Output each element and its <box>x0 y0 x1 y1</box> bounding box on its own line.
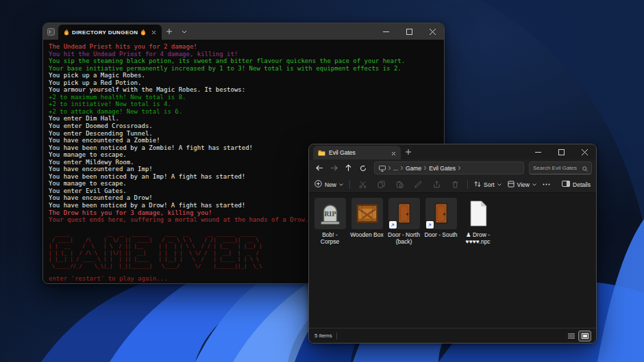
chevron-down-icon <box>497 183 501 186</box>
details-pane-icon <box>562 181 570 188</box>
explorer-maximize-button[interactable] <box>549 144 573 159</box>
chevron-right-icon <box>400 166 404 170</box>
crate-icon <box>351 198 383 229</box>
terminal-line: You enter Doomed Crossroads. <box>49 122 438 130</box>
explorer-nav-bar: ...GameEvil Gates Search Evil Gates <box>309 159 596 177</box>
terminal-line: You enter Descending Tunnel. <box>49 130 438 138</box>
delete-icon[interactable] <box>449 181 461 188</box>
chevron-right-icon <box>458 166 461 170</box>
view-button[interactable]: View <box>508 181 536 189</box>
sort-icon <box>474 181 481 189</box>
terminal-line: You pick up a Magic Robes. <box>49 72 438 79</box>
terminal-tab[interactable]: DIRECTORY DUNGEON <box>58 25 162 40</box>
flame-icon <box>140 26 146 38</box>
terminal-line: +2 to attack damage! New total is 6. <box>49 108 438 116</box>
chevron-right-icon <box>388 166 391 170</box>
svg-text:RIP: RIP <box>324 211 336 218</box>
terminal-line: You sip the steaming black potion, its s… <box>49 57 438 65</box>
folder-icon <box>318 146 325 159</box>
search-placeholder-text: Search Evil Gates <box>533 165 580 171</box>
terminal-new-tab-button[interactable] <box>162 23 177 40</box>
refresh-icon[interactable] <box>356 161 369 174</box>
file-item[interactable]: Door - South <box>423 198 458 238</box>
search-icon <box>582 162 588 174</box>
terminal-line: +2 to initiative! New total is 4. <box>49 101 438 108</box>
sort-button[interactable]: Sort <box>474 181 501 189</box>
copy-icon[interactable] <box>375 181 387 188</box>
share-icon[interactable] <box>430 181 443 188</box>
explorer-tab[interactable]: Evil Gates <box>313 146 401 159</box>
explorer-window: Evil Gates ...GameEvil Gates Search Evil… <box>308 144 597 344</box>
terminal-app-icon <box>43 23 58 40</box>
back-icon[interactable] <box>313 161 326 174</box>
breadcrumb-item[interactable]: Game <box>406 165 421 172</box>
view-button-label: View <box>517 181 530 188</box>
file-item[interactable]: RIPBob! - Corpse <box>312 198 347 245</box>
view-icon <box>508 181 515 189</box>
details-button[interactable]: Details <box>562 181 591 188</box>
new-button-label: New <box>325 181 336 188</box>
forward-icon[interactable] <box>327 161 340 174</box>
rename-icon[interactable] <box>412 181 424 188</box>
up-icon[interactable] <box>342 161 355 174</box>
chevron-right-icon <box>423 166 427 170</box>
chevron-down-icon <box>532 183 536 186</box>
search-input[interactable]: Search Evil Gates <box>529 161 592 174</box>
item-count: 5 items <box>314 333 332 339</box>
explorer-tab-title: Evil Gates <box>329 149 388 156</box>
terminal-line: You enter Dim Hall. <box>49 115 438 122</box>
details-button-label: Details <box>573 181 591 188</box>
terminal-tab-title: DIRECTORY DUNGEON <box>72 29 138 36</box>
tombstone-icon: RIP <box>314 198 346 229</box>
shortcut-arrow-icon <box>426 221 434 229</box>
terminal-line: You armour yourself with the Magic Robes… <box>49 86 438 94</box>
terminal-tab-bar: DIRECTORY DUNGEON <box>43 23 444 40</box>
terminal-line: You hit the Undead Priest for 4 damage, … <box>49 51 438 58</box>
more-options-button[interactable] <box>543 183 550 185</box>
breadcrumb-items: ...GameEvil Gates <box>393 165 461 172</box>
terminal-minimize-button[interactable] <box>374 23 397 40</box>
terminal-line: You pick up a Red Potion. <box>49 79 438 87</box>
list-view-toggle[interactable] <box>565 331 577 341</box>
explorer-tab-close-icon[interactable] <box>391 146 396 159</box>
terminal-close-button[interactable] <box>421 23 444 40</box>
door-icon <box>425 198 457 229</box>
new-plus-icon <box>314 180 322 189</box>
explorer-toolbar: New Sort View Details <box>309 177 596 193</box>
terminal-maximize-button[interactable] <box>397 23 421 40</box>
paste-icon[interactable] <box>393 181 406 188</box>
file-item[interactable]: Door - North (back) <box>386 198 421 245</box>
terminal-tab-dropdown-button[interactable] <box>177 23 192 40</box>
this-pc-icon <box>379 162 386 174</box>
sort-button-label: Sort <box>484 181 495 188</box>
toolbar-divider <box>349 180 350 189</box>
explorer-new-tab-button[interactable] <box>401 144 416 159</box>
breadcrumb-item[interactable]: ... <box>393 165 398 172</box>
file-label: ♟ Drow - ♥♥♥♥.npc <box>460 231 495 245</box>
thumbnail-view-toggle[interactable] <box>579 331 591 341</box>
breadcrumb[interactable]: ...GameEvil Gates <box>374 161 524 174</box>
terminal-line: The Undead Priest hits you for 2 damage! <box>49 43 438 51</box>
explorer-close-button[interactable] <box>573 144 596 159</box>
explorer-minimize-button[interactable] <box>526 144 549 159</box>
toolbar-divider <box>467 180 468 189</box>
terminal-tab-close-icon[interactable] <box>151 30 156 35</box>
terminal-line: +2 to maximum health! New total is 8. <box>49 94 438 101</box>
status-divider <box>336 333 337 339</box>
file-item[interactable]: Wooden Box <box>349 198 384 238</box>
door-icon <box>388 198 420 229</box>
explorer-tab-bar: Evil Gates <box>309 144 596 159</box>
ellipsis-icon <box>543 183 550 185</box>
npc-file-icon <box>462 198 494 229</box>
new-button[interactable]: New <box>314 180 343 189</box>
explorer-status-bar: 5 items <box>309 328 596 343</box>
shortcut-arrow-icon <box>389 221 397 229</box>
cut-icon[interactable] <box>356 181 369 188</box>
terminal-line: Your base initiative permanently increas… <box>49 65 438 73</box>
file-label: Wooden Box <box>350 231 384 238</box>
file-label: Bob! - Corpse <box>312 231 347 245</box>
file-item[interactable]: ♟ Drow - ♥♥♥♥.npc <box>460 198 495 245</box>
file-grid[interactable]: RIPBob! - CorpseWooden BoxDoor - North (… <box>309 193 596 328</box>
breadcrumb-item[interactable]: Evil Gates <box>429 165 456 172</box>
file-label: Door - North (back) <box>386 231 421 245</box>
